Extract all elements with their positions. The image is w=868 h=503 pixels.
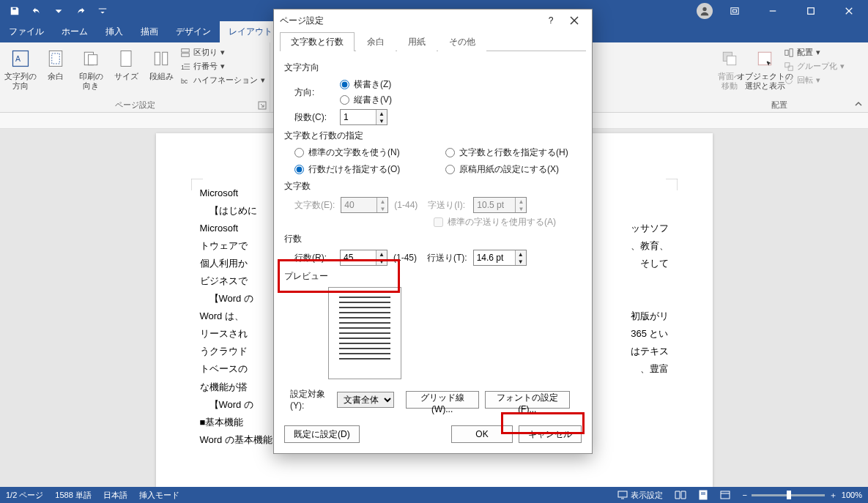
status-words[interactable]: 1588 単語 xyxy=(55,490,92,501)
zoom-slider[interactable] xyxy=(752,494,825,496)
window-minimize[interactable] xyxy=(757,0,789,22)
tab-home[interactable]: ホーム xyxy=(53,21,97,42)
btn-align[interactable]: 配置 ▾ xyxy=(784,47,845,58)
undo-icon xyxy=(31,6,42,16)
radio-horizontal[interactable]: 横書き(Z) xyxy=(340,78,392,91)
collapse-ribbon-icon[interactable] xyxy=(853,99,864,109)
section-preview: プレビュー xyxy=(284,270,582,283)
btn-ok[interactable]: OK xyxy=(451,425,513,443)
dlg-tab-paper[interactable]: 用紙 xyxy=(397,32,437,51)
spin-lines[interactable]: ▲▼ xyxy=(340,250,387,266)
btn-line-numbers[interactable]: 1行番号 ▾ xyxy=(180,61,265,72)
user-icon xyxy=(700,6,710,16)
box-icon xyxy=(730,7,739,15)
svg-rect-14 xyxy=(155,52,160,65)
lbl-apply-to: 設定対象(Y): xyxy=(290,388,331,411)
view-read-mode[interactable] xyxy=(675,490,686,500)
text-direction-icon: A xyxy=(10,48,31,69)
dialog-close[interactable] xyxy=(563,10,586,31)
line-numbers-icon: 1 xyxy=(180,62,190,72)
tab-draw[interactable]: 描画 xyxy=(132,21,167,42)
page-setup-dialog: ページ設定 ? 文字数と行数 余白 用紙 その他 文字方向 方向: 横書き(Z)… xyxy=(273,9,593,454)
group-page-setup-label: ページ設定 xyxy=(4,100,265,112)
dlg-tab-other[interactable]: その他 xyxy=(438,32,486,51)
window-close[interactable] xyxy=(833,0,865,22)
view-web-layout[interactable] xyxy=(720,490,730,500)
redo-icon xyxy=(75,6,86,16)
btn-cancel[interactable]: キャンセル xyxy=(519,425,582,443)
orientation-icon xyxy=(81,48,101,69)
send-backward-icon xyxy=(719,48,740,69)
qat-undo-menu[interactable] xyxy=(48,1,69,21)
tab-design[interactable]: デザイン xyxy=(167,21,220,42)
dlg-tab-margins[interactable]: 余白 xyxy=(356,32,396,51)
spin-columns[interactable]: ▲▼ xyxy=(340,109,387,125)
btn-columns[interactable]: 段組み xyxy=(145,47,177,81)
btn-rotate[interactable]: 回転 ▾ xyxy=(784,75,845,86)
btn-text-direction[interactable]: A 文字列の 方向 xyxy=(4,47,37,91)
tab-file[interactable]: ファイル xyxy=(0,21,53,42)
display-settings[interactable]: 表示設定 xyxy=(617,490,663,501)
label: 余白 xyxy=(48,72,64,81)
tab-layout[interactable]: レイアウト xyxy=(220,21,281,42)
section-lines: 行数 xyxy=(284,233,582,245)
lbl-line-pitch: 行送り(T): xyxy=(427,252,467,264)
qat-redo[interactable] xyxy=(70,1,91,21)
btn-grid-lines[interactable]: グリッド線(W)... xyxy=(406,391,479,409)
label: 印刷の 向き xyxy=(79,72,103,91)
zoom-level[interactable]: 100% xyxy=(842,491,862,499)
btn-size[interactable]: サイズ xyxy=(110,47,142,81)
spin-char-pitch: ▲▼ xyxy=(473,197,527,213)
btn-hyphenation[interactable]: bcハイフネーション ▾ xyxy=(180,75,265,86)
btn-breaks[interactable]: 区切り ▾ xyxy=(180,47,265,58)
dlg-tab-chars-lines[interactable]: 文字数と行数 xyxy=(280,32,355,51)
zoom-in[interactable]: ＋ xyxy=(829,490,837,501)
tab-insert[interactable]: 挿入 xyxy=(97,21,132,42)
save-icon xyxy=(10,6,20,16)
lbl-lines: 行数(R): xyxy=(294,252,334,264)
radio-chars-lines[interactable]: 文字数と行数を指定する(H) xyxy=(445,146,582,159)
print-layout-icon xyxy=(698,490,708,500)
dialog-help[interactable]: ? xyxy=(539,10,563,31)
ribbon-display-options[interactable] xyxy=(719,0,751,22)
radio-genkou[interactable]: 原稿用紙の設定にする(X) xyxy=(445,163,582,176)
svg-rect-2 xyxy=(732,10,736,12)
status-page[interactable]: 1/2 ページ xyxy=(6,490,43,501)
zoom-out[interactable]: − xyxy=(742,491,746,499)
columns-icon xyxy=(151,48,171,69)
svg-rect-29 xyxy=(785,62,790,67)
btn-margins[interactable]: 余白 xyxy=(40,47,72,81)
radio-lines-only[interactable]: 行数だけを指定する(O) xyxy=(294,163,431,176)
select-apply-to[interactable]: 文書全体 xyxy=(337,392,394,408)
window-maximize[interactable] xyxy=(795,0,827,22)
view-print-layout[interactable] xyxy=(698,490,708,500)
qat-undo[interactable] xyxy=(26,1,47,21)
spin-line-pitch[interactable]: ▲▼ xyxy=(473,250,527,266)
maximize-icon xyxy=(806,7,815,15)
range-chars: (1-44) xyxy=(394,200,418,210)
status-language[interactable]: 日本語 xyxy=(103,490,127,501)
radio-vertical[interactable]: 縦書き(V) xyxy=(340,94,392,106)
btn-orientation[interactable]: 印刷の 向き xyxy=(75,47,107,91)
web-layout-icon xyxy=(720,490,730,500)
btn-group[interactable]: グループ化 ▾ xyxy=(784,61,845,72)
svg-rect-1 xyxy=(731,8,738,15)
qat-customize[interactable] xyxy=(92,1,113,21)
status-insert-mode[interactable]: 挿入モード xyxy=(139,490,179,501)
btn-font-settings[interactable]: フォントの設定(F)... xyxy=(485,391,570,409)
section-spec: 文字数と行数の指定 xyxy=(284,130,582,142)
label: 段組み xyxy=(149,72,174,81)
label: サイズ xyxy=(114,72,138,81)
btn-set-default[interactable]: 既定に設定(D) xyxy=(284,425,360,443)
chk-std-pitch: 標準の字送りを使用する(A) xyxy=(434,216,556,228)
user-avatar[interactable] xyxy=(697,3,713,19)
svg-rect-31 xyxy=(618,491,627,497)
align-icon xyxy=(784,48,794,58)
btn-selection-pane[interactable]: オブジェクトの 選択と表示 xyxy=(749,47,781,91)
radio-std-chars[interactable]: 標準の文字数を使う(N) xyxy=(294,146,431,159)
page-setup-dialog-launcher[interactable] xyxy=(258,101,267,110)
qat-save[interactable] xyxy=(4,1,25,21)
range-lines: (1-45) xyxy=(393,253,417,263)
group-icon xyxy=(784,62,794,72)
more-icon xyxy=(97,6,108,16)
